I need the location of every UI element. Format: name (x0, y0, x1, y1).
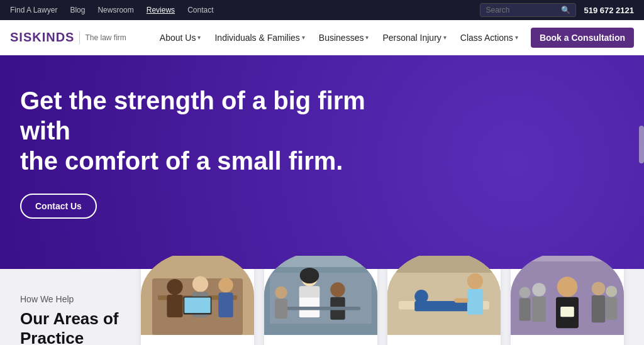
logo-divider (79, 31, 80, 44)
hero-headline: Get the strength of a big firm with the … (20, 85, 397, 176)
svg-point-7 (218, 278, 233, 292)
svg-rect-8 (218, 293, 233, 318)
contact-link[interactable]: Contact (187, 6, 213, 14)
svg-point-5 (192, 276, 208, 292)
svg-rect-4 (167, 295, 182, 317)
top-bar-links: Find A Lawyer Blog Newsroom Reviews Cont… (10, 6, 213, 14)
businesses-image (264, 251, 377, 339)
businesses-chevron-icon: ▾ (365, 34, 369, 41)
svg-rect-29 (467, 289, 483, 315)
blog-link[interactable]: Blog (70, 6, 85, 14)
card-individuals: Individuals & Families When life changes… (141, 251, 254, 345)
svg-rect-37 (532, 297, 546, 322)
phone-number: 519 672 2121 (584, 6, 634, 15)
individuals-chevron-icon: ▾ (302, 34, 305, 41)
how-eyebrow: How We Help (20, 294, 121, 304)
hero-headline-line1: Get the strength of a big firm with (20, 87, 365, 145)
hero-headline-line2: the comfort of a small firm. (20, 147, 343, 175)
how-title: Our Areas of Practice (20, 309, 121, 345)
nav-about-label: About Us (160, 33, 196, 43)
nav-class-actions[interactable]: Class Actions ▾ (455, 30, 523, 45)
svg-rect-44 (560, 307, 574, 317)
book-consultation-button[interactable]: Book a Consultation (531, 28, 634, 48)
svg-rect-20 (287, 307, 360, 310)
contact-us-button[interactable]: Contact Us (20, 194, 97, 219)
svg-rect-41 (519, 298, 531, 321)
nav-businesses-label: Businesses (319, 33, 364, 43)
svg-point-15 (300, 268, 319, 283)
nav-businesses[interactable]: Businesses ▾ (314, 30, 374, 45)
how-title-line2: Practice (20, 329, 84, 345)
injury-image (387, 251, 501, 339)
svg-rect-43 (606, 297, 617, 320)
nav-personal-injury[interactable]: Personal Injury ▾ (377, 30, 451, 45)
svg-point-38 (592, 282, 606, 295)
card-businesses: Businesses For all sizes and sectors, op… (264, 251, 377, 345)
individuals-card-body: Individuals & Families When life changes… (141, 339, 254, 345)
svg-point-42 (606, 286, 617, 297)
svg-rect-17 (299, 287, 319, 298)
injury-card-body: Personal Injury Make it right: get the s… (387, 339, 501, 345)
hero-section: Get the strength of a big firm with the … (0, 55, 644, 269)
individuals-image (141, 251, 254, 339)
svg-point-34 (557, 277, 577, 297)
find-lawyer-link[interactable]: Find A Lawyer (10, 6, 57, 14)
scrollbar[interactable] (639, 126, 644, 163)
nav-links: About Us ▾ Individuals & Families ▾ Busi… (155, 28, 634, 48)
svg-rect-39 (592, 295, 606, 322)
logo[interactable]: SISKINDS The law firm (10, 30, 126, 45)
svg-rect-30 (454, 298, 469, 303)
svg-point-3 (167, 279, 182, 295)
class-actions-chevron-icon: ▾ (515, 34, 518, 41)
search-icon: 🔍 (561, 6, 570, 14)
card-injury: Personal Injury Make it right: get the s… (387, 251, 501, 345)
search-box[interactable]: 🔍 (480, 3, 576, 17)
card-class-actions: Class Actions Benefit from the power of … (511, 251, 624, 345)
svg-rect-22 (275, 298, 287, 319)
nav-about[interactable]: About Us ▾ (155, 30, 206, 45)
top-bar-right: 🔍 519 672 2121 (480, 3, 634, 17)
logo-tagline: The law firm (85, 33, 126, 42)
svg-point-28 (467, 273, 483, 289)
personal-injury-chevron-icon: ▾ (443, 34, 447, 41)
svg-point-18 (330, 282, 345, 297)
nav-personal-injury-label: Personal Injury (382, 33, 441, 43)
main-nav: SISKINDS The law firm About Us ▾ Individ… (0, 20, 644, 55)
how-section: How We Help Our Areas of Practice (0, 269, 644, 345)
class-actions-card-body: Class Actions Benefit from the power of … (511, 339, 624, 345)
svg-point-40 (519, 287, 531, 298)
how-title-line1: Our Areas of (20, 309, 119, 328)
top-bar: Find A Lawyer Blog Newsroom Reviews Cont… (0, 0, 644, 20)
about-chevron-icon: ▾ (197, 34, 201, 41)
how-left: How We Help Our Areas of Practice (20, 289, 121, 345)
reviews-link[interactable]: Reviews (147, 6, 175, 14)
svg-point-36 (532, 283, 546, 297)
businesses-card-body: Businesses For all sizes and sectors, op… (264, 339, 377, 345)
svg-point-21 (275, 287, 287, 299)
class-actions-image (511, 251, 624, 339)
logo-name: SISKINDS (10, 30, 74, 45)
nav-class-actions-label: Class Actions (460, 33, 513, 43)
svg-rect-10 (184, 298, 210, 313)
newsroom-link[interactable]: Newsroom (97, 6, 133, 14)
nav-individuals-label: Individuals & Families (214, 33, 299, 43)
nav-individuals[interactable]: Individuals & Families ▾ (209, 30, 309, 45)
search-input[interactable] (486, 6, 561, 14)
